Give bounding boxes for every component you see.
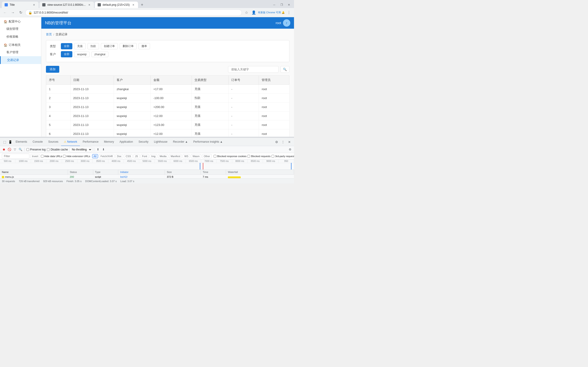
back-button[interactable]: ←	[2, 9, 8, 16]
devtools-tab-recorder[interactable]: Recorder ▲	[170, 138, 191, 146]
devtools-tab-perf-insights[interactable]: Performance insights ▲	[191, 138, 225, 146]
breadcrumb-current: 交易记录	[56, 32, 68, 36]
blocked-requests-checkbox[interactable]	[247, 155, 250, 158]
filter-type-cancel[interactable]: 撤单	[138, 43, 150, 49]
network-import-btn[interactable]: ⬆	[96, 148, 100, 152]
table-cell-type: 充值	[192, 129, 228, 137]
network-settings-btn[interactable]: ⚙	[288, 148, 292, 152]
hide-data-urls-checkbox[interactable]	[41, 155, 44, 158]
filter-customer-all[interactable]: 全部	[61, 51, 72, 57]
browser-titlebar: Title × view-source:127.0.0.1:8000/c... …	[0, 0, 294, 8]
devtools-tab-elements[interactable]: Elements	[13, 138, 30, 146]
timeline-label: 500 ms	[0, 159, 15, 163]
search-button[interactable]: 🔍	[280, 66, 289, 73]
table-toolbar: 添加 🔍	[46, 66, 289, 73]
browser-tab-2[interactable]: view-source:127.0.0.1:8000/c... ×	[40, 2, 94, 8]
invert-button[interactable]: Invert	[30, 154, 40, 158]
devtools-tab-application[interactable]: Application	[117, 138, 136, 146]
filter-type-js-btn[interactable]: JS	[133, 154, 140, 158]
filter-customer-wupeiqi[interactable]: wupeiqi	[74, 52, 90, 57]
new-tab-button[interactable]: +	[139, 2, 145, 8]
network-filter-input[interactable]	[2, 154, 29, 159]
breadcrumb-home[interactable]: 首页	[46, 32, 52, 36]
preserve-log-label[interactable]: Preserve log	[26, 148, 45, 151]
devtools-close-btn[interactable]: ✕	[287, 139, 292, 145]
devtools-tab-performance[interactable]: Performance	[80, 138, 101, 146]
restore-button[interactable]: ❐	[278, 2, 285, 8]
add-button[interactable]: 添加	[46, 66, 59, 73]
network-filter-btn[interactable]: ▽	[13, 148, 17, 152]
sidebar-item-price-strategy[interactable]: 价格策略	[0, 33, 41, 41]
sidebar-item-transaction[interactable]: 交易记录	[0, 56, 41, 64]
bookmark-button[interactable]: ☆	[243, 9, 250, 16]
network-clear-btn[interactable]: 🚫	[7, 148, 11, 152]
devtools-tab-sources[interactable]: Sources	[45, 138, 61, 146]
browser-tab-1[interactable]: Title ×	[2, 2, 39, 8]
perf-insights-label: Performance insights ▲	[193, 140, 223, 143]
col-header-admin: 管理员	[259, 76, 289, 85]
filter-type-all-btn[interactable]: All	[92, 154, 98, 158]
disable-cache-checkbox[interactable]	[47, 148, 50, 151]
menu-button[interactable]: ⋮	[286, 9, 292, 16]
network-record-btn[interactable]: ⏺	[2, 148, 6, 152]
sidebar-item-customer-mgmt[interactable]: 客户管理	[0, 48, 41, 56]
disable-cache-label[interactable]: Disable cache	[47, 148, 68, 151]
hide-extension-urls-label[interactable]: Hide extension URLs	[63, 155, 90, 158]
devtools-inspect-btn[interactable]: ⬚	[2, 139, 7, 145]
filter-type-doc-btn[interactable]: Doc	[115, 154, 123, 158]
filter-customer-zhangkai[interactable]: zhangkai	[91, 52, 108, 57]
filter-type-manifest-btn[interactable]: Manifest	[169, 154, 182, 158]
filter-type-ws-btn[interactable]: WS	[183, 154, 190, 158]
filter-type-other-btn[interactable]: Other	[202, 154, 212, 158]
tab-title-3: default.png (215×215)	[103, 3, 130, 6]
devtools-more-btn[interactable]: ⋮	[280, 139, 286, 145]
devtools-tab-memory[interactable]: Memory	[101, 138, 117, 146]
table-cell-order: -	[228, 111, 259, 120]
minimize-button[interactable]: ─	[271, 2, 277, 8]
filter-type-topup[interactable]: 充值	[74, 43, 86, 49]
sidebar-item-level-mgmt[interactable]: 级别管理	[0, 25, 41, 33]
devtools-settings-btn[interactable]: ⚙	[274, 139, 279, 145]
devtools-tab-console[interactable]: Console	[30, 138, 45, 146]
filter-type-css-btn[interactable]: CSS	[124, 154, 132, 158]
blocked-response-cookies-label[interactable]: Blocked response cookies	[214, 155, 247, 158]
third-party-checkbox[interactable]	[271, 155, 274, 158]
network-search-btn[interactable]: 🔍	[18, 148, 23, 152]
devtools-tab-security[interactable]: Security	[136, 138, 151, 146]
browser-tab-3[interactable]: default.png (215×215) ×	[95, 2, 138, 8]
filter-type-fetch-btn[interactable]: Fetch/XHR	[99, 154, 115, 158]
devtools-right-actions: ⚙ ⋮ ✕	[274, 139, 292, 145]
filter-type-create[interactable]: 创建订单	[101, 43, 118, 49]
throttle-select[interactable]: No throttling Fast 3G Slow 3G Offline	[69, 147, 92, 152]
blocked-requests-label[interactable]: Blocked requests	[247, 155, 270, 158]
blocked-response-cookies-checkbox[interactable]	[214, 155, 216, 158]
devtools-device-btn[interactable]: 📱	[7, 139, 13, 145]
address-bar[interactable]: 🔒 127.0.0.1:8000/record/list/	[25, 9, 242, 16]
third-party-requests-label[interactable]: 3rd-party requests	[271, 155, 294, 158]
filter-type-deduct[interactable]: 扣款	[87, 43, 99, 49]
filter-type-wasm-btn[interactable]: Wasm	[191, 154, 201, 158]
refresh-button[interactable]: ↻	[17, 9, 24, 16]
preserve-log-checkbox[interactable]	[26, 148, 29, 151]
hide-extension-urls-checkbox[interactable]	[63, 155, 66, 158]
forward-button[interactable]: →	[10, 9, 16, 16]
filter-type-media-btn[interactable]: Media	[158, 154, 168, 158]
tab-close-1[interactable]: ×	[32, 3, 36, 7]
filter-type-all[interactable]: 全部	[61, 43, 72, 49]
filter-type-delete[interactable]: 删除订单	[120, 43, 137, 49]
network-row-status: 200	[68, 175, 93, 178]
close-button[interactable]: ✕	[286, 2, 292, 8]
hide-data-urls-label[interactable]: Hide data URLs	[41, 155, 62, 158]
tab-close-3[interactable]: ×	[132, 3, 135, 7]
network-list-item[interactable]: menu.js200scriptlist/42/372 B7 ms	[0, 175, 294, 178]
table-cell-date: 2023-11-13	[70, 102, 114, 111]
search-input[interactable]	[228, 66, 279, 73]
network-list-header: Name Status Type Initiator Size Time Wat…	[0, 170, 294, 175]
filter-type-font-btn[interactable]: Font	[141, 154, 149, 158]
tab-close-2[interactable]: ×	[87, 3, 91, 7]
filter-type-img-btn[interactable]: Img	[150, 154, 157, 158]
profile-button[interactable]: 👤	[251, 9, 257, 16]
devtools-tab-network[interactable]: ⚠ Network	[61, 138, 80, 146]
network-export-btn[interactable]: ⬇	[102, 148, 106, 152]
devtools-tab-lighthouse[interactable]: Lighthouse	[151, 138, 170, 146]
